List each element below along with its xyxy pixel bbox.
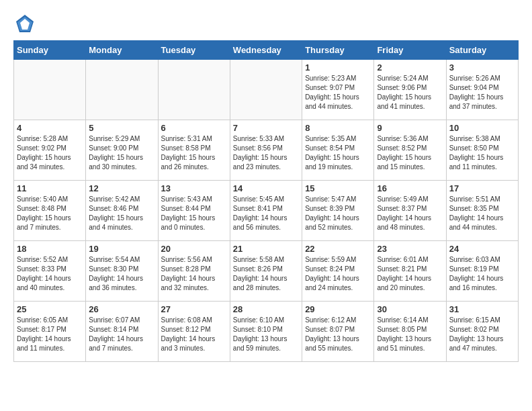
cell-content: Sunrise: 5:35 AMSunset: 8:54 PMDaylight:…	[305, 134, 371, 172]
calendar-cell: 18Sunrise: 5:52 AMSunset: 8:33 PMDayligh…	[14, 241, 86, 302]
calendar-cell	[230, 60, 302, 120]
weekday-header-wednesday: Wednesday	[230, 41, 302, 60]
cell-content: Sunrise: 6:15 AMSunset: 8:02 PMDaylight:…	[449, 316, 515, 353]
calendar-cell: 23Sunrise: 6:01 AMSunset: 8:21 PMDayligh…	[374, 241, 446, 302]
day-number: 29	[305, 304, 371, 314]
weekday-header-friday: Friday	[374, 41, 446, 60]
cell-content: Sunrise: 6:05 AMSunset: 8:17 PMDaylight:…	[17, 316, 83, 353]
page-header	[13, 13, 519, 34]
day-number: 3	[449, 62, 515, 73]
cell-content: Sunrise: 5:33 AMSunset: 8:56 PMDaylight:…	[233, 134, 299, 172]
calendar-cell: 15Sunrise: 5:47 AMSunset: 8:39 PMDayligh…	[302, 181, 374, 241]
cell-content: Sunrise: 5:49 AMSunset: 8:37 PMDaylight:…	[377, 195, 443, 232]
day-number: 26	[89, 304, 154, 314]
day-number: 10	[449, 123, 515, 133]
day-number: 8	[305, 123, 371, 133]
calendar-cell: 13Sunrise: 5:43 AMSunset: 8:44 PMDayligh…	[158, 181, 230, 241]
day-number: 5	[89, 123, 154, 133]
cell-content: Sunrise: 5:28 AMSunset: 9:02 PMDaylight:…	[17, 134, 83, 172]
weekday-header-sunday: Sunday	[14, 41, 86, 60]
cell-content: Sunrise: 6:12 AMSunset: 8:07 PMDaylight:…	[305, 316, 371, 353]
cell-content: Sunrise: 5:47 AMSunset: 8:39 PMDaylight:…	[305, 195, 371, 232]
day-number: 14	[233, 183, 299, 193]
logo-icon	[15, 13, 35, 34]
calendar-cell: 5Sunrise: 5:29 AMSunset: 9:00 PMDaylight…	[86, 120, 158, 181]
calendar-cell: 24Sunrise: 6:03 AMSunset: 8:19 PMDayligh…	[446, 241, 518, 302]
calendar-cell: 28Sunrise: 6:10 AMSunset: 8:10 PMDayligh…	[230, 302, 302, 362]
day-number: 11	[17, 183, 83, 193]
calendar-cell	[86, 60, 158, 120]
weekday-header-row: SundayMondayTuesdayWednesdayThursdayFrid…	[14, 41, 519, 60]
day-number: 17	[449, 183, 515, 193]
cell-content: Sunrise: 5:38 AMSunset: 8:50 PMDaylight:…	[449, 134, 515, 172]
calendar-cell: 10Sunrise: 5:38 AMSunset: 8:50 PMDayligh…	[446, 120, 518, 181]
day-number: 24	[449, 244, 515, 254]
day-number: 20	[161, 244, 227, 254]
logo	[13, 13, 36, 34]
weekday-header-saturday: Saturday	[446, 41, 518, 60]
calendar-cell: 4Sunrise: 5:28 AMSunset: 9:02 PMDaylight…	[14, 120, 86, 181]
day-number: 12	[89, 183, 154, 193]
cell-content: Sunrise: 5:36 AMSunset: 8:52 PMDaylight:…	[377, 134, 443, 172]
calendar-cell: 7Sunrise: 5:33 AMSunset: 8:56 PMDaylight…	[230, 120, 302, 181]
calendar-cell: 21Sunrise: 5:58 AMSunset: 8:26 PMDayligh…	[230, 241, 302, 302]
cell-content: Sunrise: 6:01 AMSunset: 8:21 PMDaylight:…	[377, 255, 443, 293]
calendar-cell: 20Sunrise: 5:56 AMSunset: 8:28 PMDayligh…	[158, 241, 230, 302]
day-number: 13	[161, 183, 227, 193]
calendar-week-3: 11Sunrise: 5:40 AMSunset: 8:48 PMDayligh…	[14, 181, 519, 241]
cell-content: Sunrise: 5:24 AMSunset: 9:06 PMDaylight:…	[377, 74, 443, 111]
calendar-cell: 27Sunrise: 6:08 AMSunset: 8:12 PMDayligh…	[158, 302, 230, 362]
day-number: 7	[233, 123, 299, 133]
cell-content: Sunrise: 5:31 AMSunset: 8:58 PMDaylight:…	[161, 134, 227, 172]
cell-content: Sunrise: 5:45 AMSunset: 8:41 PMDaylight:…	[233, 195, 299, 232]
cell-content: Sunrise: 6:08 AMSunset: 8:12 PMDaylight:…	[161, 316, 227, 353]
calendar-cell: 12Sunrise: 5:42 AMSunset: 8:46 PMDayligh…	[86, 181, 158, 241]
calendar-cell: 26Sunrise: 6:07 AMSunset: 8:14 PMDayligh…	[86, 302, 158, 362]
calendar-cell: 2Sunrise: 5:24 AMSunset: 9:06 PMDaylight…	[374, 60, 446, 120]
cell-content: Sunrise: 5:54 AMSunset: 8:30 PMDaylight:…	[89, 255, 154, 293]
cell-content: Sunrise: 5:56 AMSunset: 8:28 PMDaylight:…	[161, 255, 227, 293]
day-number: 16	[377, 183, 443, 193]
day-number: 28	[233, 304, 299, 314]
calendar-cell: 11Sunrise: 5:40 AMSunset: 8:48 PMDayligh…	[14, 181, 86, 241]
calendar-cell: 14Sunrise: 5:45 AMSunset: 8:41 PMDayligh…	[230, 181, 302, 241]
cell-content: Sunrise: 5:40 AMSunset: 8:48 PMDaylight:…	[17, 195, 83, 232]
calendar-cell: 30Sunrise: 6:14 AMSunset: 8:05 PMDayligh…	[374, 302, 446, 362]
calendar-cell: 19Sunrise: 5:54 AMSunset: 8:30 PMDayligh…	[86, 241, 158, 302]
day-number: 21	[233, 244, 299, 254]
calendar-table: SundayMondayTuesdayWednesdayThursdayFrid…	[13, 40, 519, 362]
weekday-header-monday: Monday	[86, 41, 158, 60]
calendar-cell: 29Sunrise: 6:12 AMSunset: 8:07 PMDayligh…	[302, 302, 374, 362]
calendar-cell	[14, 60, 86, 120]
day-number: 30	[377, 304, 443, 314]
cell-content: Sunrise: 5:26 AMSunset: 9:04 PMDaylight:…	[449, 74, 515, 111]
cell-content: Sunrise: 5:51 AMSunset: 8:35 PMDaylight:…	[449, 195, 515, 232]
cell-content: Sunrise: 6:03 AMSunset: 8:19 PMDaylight:…	[449, 255, 515, 293]
day-number: 31	[449, 304, 515, 314]
calendar-cell: 16Sunrise: 5:49 AMSunset: 8:37 PMDayligh…	[374, 181, 446, 241]
weekday-header-thursday: Thursday	[302, 41, 374, 60]
calendar-cell: 9Sunrise: 5:36 AMSunset: 8:52 PMDaylight…	[374, 120, 446, 181]
day-number: 25	[17, 304, 83, 314]
cell-content: Sunrise: 5:23 AMSunset: 9:07 PMDaylight:…	[305, 74, 371, 111]
cell-content: Sunrise: 6:07 AMSunset: 8:14 PMDaylight:…	[89, 316, 154, 353]
day-number: 6	[161, 123, 227, 133]
day-number: 19	[89, 244, 154, 254]
calendar-cell: 1Sunrise: 5:23 AMSunset: 9:07 PMDaylight…	[302, 60, 374, 120]
calendar-cell: 31Sunrise: 6:15 AMSunset: 8:02 PMDayligh…	[446, 302, 518, 362]
day-number: 23	[377, 244, 443, 254]
calendar-cell: 3Sunrise: 5:26 AMSunset: 9:04 PMDaylight…	[446, 60, 518, 120]
cell-content: Sunrise: 5:52 AMSunset: 8:33 PMDaylight:…	[17, 255, 83, 293]
day-number: 18	[17, 244, 83, 254]
cell-content: Sunrise: 6:14 AMSunset: 8:05 PMDaylight:…	[377, 316, 443, 353]
day-number: 22	[305, 244, 371, 254]
calendar-cell	[158, 60, 230, 120]
calendar-cell: 25Sunrise: 6:05 AMSunset: 8:17 PMDayligh…	[14, 302, 86, 362]
cell-content: Sunrise: 5:29 AMSunset: 9:00 PMDaylight:…	[89, 134, 154, 172]
cell-content: Sunrise: 5:43 AMSunset: 8:44 PMDaylight:…	[161, 195, 227, 232]
cell-content: Sunrise: 6:10 AMSunset: 8:10 PMDaylight:…	[233, 316, 299, 353]
day-number: 9	[377, 123, 443, 133]
cell-content: Sunrise: 5:59 AMSunset: 8:24 PMDaylight:…	[305, 255, 371, 293]
day-number: 27	[161, 304, 227, 314]
calendar-week-4: 18Sunrise: 5:52 AMSunset: 8:33 PMDayligh…	[14, 241, 519, 302]
